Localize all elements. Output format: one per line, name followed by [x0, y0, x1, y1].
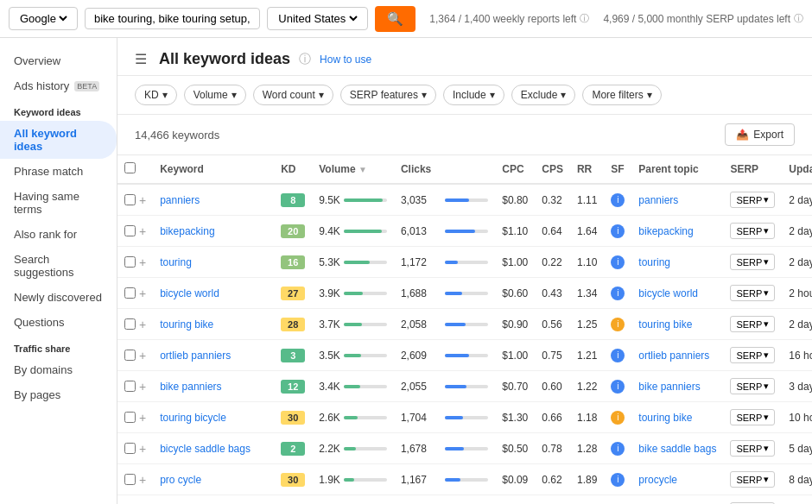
- sf-icon[interactable]: i: [611, 318, 625, 331]
- sidebar-item-by-pages[interactable]: By pages: [0, 382, 117, 407]
- sf-icon[interactable]: i: [611, 287, 625, 300]
- monthly-serp-stat: 4,969 / 5,000 monthly SERP updates left …: [603, 12, 803, 25]
- country-dropdown[interactable]: United States: [275, 11, 360, 26]
- serp-button[interactable]: SERP ▾: [730, 347, 775, 363]
- serp-button[interactable]: SERP ▾: [730, 378, 775, 394]
- main-header: ☰ All keyword ideas ⓘ How to use: [117, 38, 812, 76]
- th-kd[interactable]: KD: [274, 155, 312, 184]
- parent-topic-link[interactable]: bike saddle bags: [638, 443, 716, 455]
- keyword-link[interactable]: touring bike: [160, 318, 213, 331]
- row-plus-icon[interactable]: +: [139, 349, 146, 362]
- sf-icon[interactable]: i: [611, 473, 625, 487]
- filter-exclude[interactable]: Exclude ▾: [511, 85, 576, 105]
- row-plus-icon[interactable]: +: [139, 318, 146, 331]
- sf-icon[interactable]: i: [611, 255, 625, 269]
- keyword-link[interactable]: touring: [160, 256, 192, 268]
- monthly-info-icon[interactable]: ⓘ: [794, 12, 803, 25]
- row-checkbox[interactable]: [124, 381, 136, 392]
- volume-bar-fill: [344, 198, 383, 202]
- sf-icon[interactable]: i: [611, 349, 625, 362]
- parent-topic-link[interactable]: touring: [638, 256, 670, 268]
- weekly-info-icon[interactable]: ⓘ: [580, 12, 589, 25]
- parent-topic-link[interactable]: bikepacking: [638, 225, 693, 237]
- row-checkbox[interactable]: [124, 443, 136, 454]
- filter-kd[interactable]: KD ▾: [135, 85, 177, 105]
- sidebar-item-questions[interactable]: Questions: [0, 310, 117, 335]
- serp-button[interactable]: SERP ▾: [730, 316, 775, 332]
- select-all-checkbox[interactable]: [124, 162, 136, 173]
- row-checkbox[interactable]: [124, 194, 136, 205]
- keyword-link[interactable]: bike panniers: [160, 381, 221, 393]
- row-checkbox[interactable]: [124, 256, 136, 268]
- parent-topic-link[interactable]: touring bike: [638, 412, 692, 424]
- parent-topic-link[interactable]: panniers: [638, 194, 678, 206]
- sidebar-item-also-rank-for[interactable]: Also rank for: [0, 222, 117, 247]
- country-select[interactable]: United States: [267, 7, 368, 30]
- hamburger-icon[interactable]: ☰: [135, 51, 147, 67]
- row-plus-icon[interactable]: +: [139, 473, 146, 487]
- filter-word-count[interactable]: Word count ▾: [253, 85, 333, 105]
- volume-value: 5.3K: [319, 256, 340, 268]
- sidebar-item-all-keyword-ideas[interactable]: All keyword ideas: [0, 121, 117, 159]
- row-serp-cell: SERP ▾: [723, 464, 782, 495]
- sf-icon[interactable]: i: [611, 442, 625, 456]
- row-checkbox[interactable]: [124, 350, 136, 361]
- keyword-link[interactable]: panniers: [160, 194, 200, 206]
- filter-serp-features[interactable]: SERP features ▾: [340, 85, 436, 105]
- row-plus-icon[interactable]: +: [139, 224, 146, 238]
- sf-icon[interactable]: i: [611, 224, 625, 238]
- filter-include[interactable]: Include ▾: [443, 85, 504, 105]
- sidebar-item-ads-history[interactable]: Ads history BETA: [0, 73, 117, 98]
- engine-select[interactable]: Google: [9, 7, 78, 30]
- sf-icon[interactable]: i: [611, 411, 625, 425]
- export-button[interactable]: 📤 Export: [725, 123, 795, 146]
- sidebar-label-search-suggestions: Search suggestions: [14, 253, 103, 279]
- keyword-link[interactable]: pro cycle: [160, 474, 201, 486]
- th-volume[interactable]: Volume ▼: [312, 155, 394, 184]
- row-plus-icon[interactable]: +: [139, 411, 146, 425]
- filter-volume[interactable]: Volume ▾: [184, 85, 246, 105]
- row-plus-icon[interactable]: +: [139, 287, 146, 300]
- row-plus-icon[interactable]: +: [139, 442, 146, 456]
- parent-topic-link[interactable]: touring bike: [638, 318, 692, 331]
- sidebar-item-overview[interactable]: Overview: [0, 48, 117, 73]
- sidebar-item-by-domains[interactable]: By domains: [0, 357, 117, 382]
- sidebar-label-questions: Questions: [14, 316, 65, 329]
- serp-button[interactable]: SERP ▾: [730, 285, 775, 301]
- sidebar-item-search-suggestions[interactable]: Search suggestions: [0, 247, 117, 285]
- parent-topic-link[interactable]: bike panniers: [638, 381, 700, 393]
- parent-topic-link[interactable]: ortlieb panniers: [638, 350, 709, 362]
- keyword-link[interactable]: ortlieb panniers: [160, 350, 231, 362]
- serp-button[interactable]: SERP ▾: [730, 409, 775, 425]
- sidebar-item-newly-discovered[interactable]: Newly discovered: [0, 285, 117, 310]
- row-plus-icon[interactable]: +: [139, 193, 146, 207]
- volume-bar: 2.6K: [319, 412, 387, 424]
- row-checkbox[interactable]: [124, 474, 136, 485]
- keyword-link[interactable]: bikepacking: [160, 225, 214, 237]
- serp-button[interactable]: SERP ▾: [730, 254, 775, 270]
- parent-topic-link[interactable]: procycle: [638, 474, 677, 486]
- row-checkbox[interactable]: [124, 412, 136, 423]
- search-input[interactable]: [94, 12, 251, 25]
- keyword-link[interactable]: bicycle saddle bags: [160, 443, 251, 455]
- row-checkbox[interactable]: [124, 287, 136, 299]
- how-to-use-link[interactable]: How to use: [320, 54, 371, 66]
- row-checkbox[interactable]: [124, 318, 136, 330]
- sidebar-item-having-same-terms[interactable]: Having same terms: [0, 184, 117, 222]
- keyword-link[interactable]: touring bicycle: [160, 412, 226, 424]
- sidebar-item-phrase-match[interactable]: Phrase match: [0, 159, 117, 184]
- serp-button[interactable]: SERP ▾: [730, 440, 775, 457]
- parent-topic-link[interactable]: bicycle world: [638, 287, 698, 299]
- sf-icon[interactable]: i: [611, 193, 625, 207]
- sf-icon[interactable]: i: [611, 380, 625, 394]
- search-button[interactable]: 🔍: [375, 6, 416, 32]
- serp-button[interactable]: SERP ▾: [730, 223, 775, 239]
- serp-button[interactable]: SERP ▾: [730, 471, 775, 488]
- row-plus-icon[interactable]: +: [139, 380, 146, 394]
- row-plus-icon[interactable]: +: [139, 255, 146, 269]
- serp-button[interactable]: SERP ▾: [730, 192, 775, 208]
- keyword-link[interactable]: bicycle world: [160, 287, 219, 299]
- engine-dropdown[interactable]: Google: [16, 11, 70, 26]
- row-checkbox[interactable]: [124, 225, 136, 236]
- filter-more[interactable]: More filters ▾: [582, 85, 661, 105]
